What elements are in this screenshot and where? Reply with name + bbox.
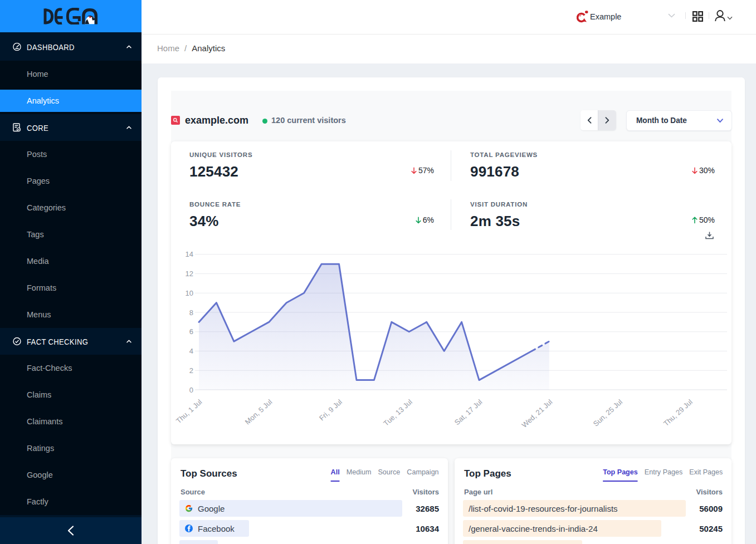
svg-text:4: 4 — [189, 347, 193, 355]
svg-text:8: 8 — [189, 308, 193, 317]
svg-text:Sat, 17 Jul: Sat, 17 Jul — [453, 398, 484, 427]
svg-text:2: 2 — [189, 366, 193, 375]
svg-text:Tue, 13 Jul: Tue, 13 Jul — [382, 398, 414, 428]
svg-text:Thu, 29 Jul: Thu, 29 Jul — [662, 398, 694, 428]
svg-text:Sun, 25 Jul: Sun, 25 Jul — [592, 398, 624, 428]
svg-text:Mon, 5 Jul: Mon, 5 Jul — [243, 398, 274, 426]
svg-text:14: 14 — [186, 250, 193, 258]
svg-text:Wed, 21 Jul: Wed, 21 Jul — [520, 398, 554, 429]
svg-text:Fri, 9 Jul: Fri, 9 Jul — [318, 398, 344, 423]
svg-text:12: 12 — [186, 269, 193, 278]
svg-text:6: 6 — [189, 327, 193, 336]
svg-text:10: 10 — [186, 289, 193, 297]
svg-text:Thu, 1 Jul: Thu, 1 Jul — [174, 398, 204, 425]
svg-text:0: 0 — [189, 386, 193, 394]
